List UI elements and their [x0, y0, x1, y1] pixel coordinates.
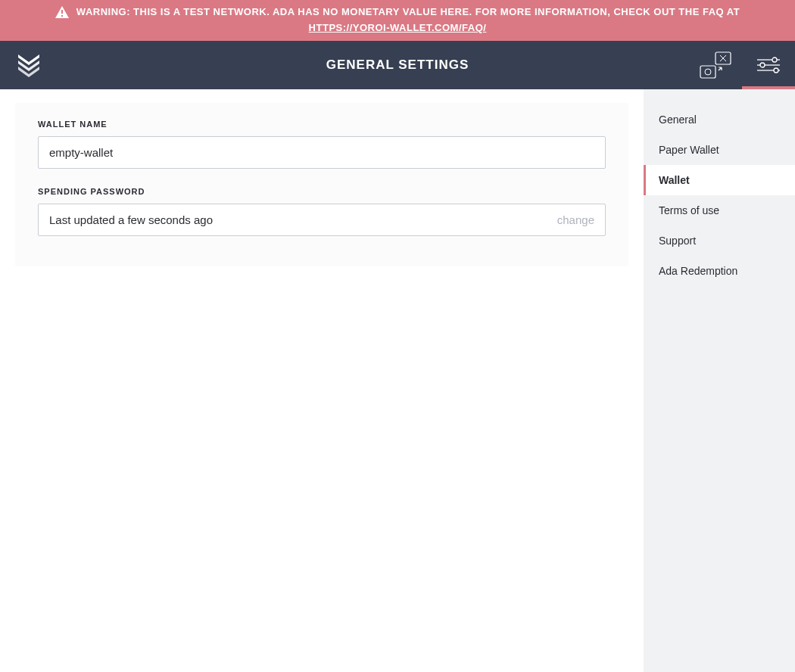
sidebar-item-ada-redemption[interactable]: Ada Redemption: [644, 256, 795, 286]
svg-rect-0: [61, 10, 63, 14]
app-header: GENERAL SETTINGS: [0, 41, 795, 89]
sidebar-item-label: Paper Wallet: [659, 144, 719, 156]
main-area: WALLET NAME SPENDING PASSWORD Last updat…: [0, 89, 795, 672]
header-actions: [689, 41, 795, 89]
sidebar-item-wallet[interactable]: Wallet: [644, 165, 795, 195]
wallet-name-input[interactable]: [38, 136, 606, 169]
warning-text: WARNING: THIS IS A TEST NETWORK. ADA HAS…: [76, 5, 740, 20]
sidebar-item-label: Wallet: [659, 174, 690, 186]
svg-rect-1: [61, 15, 63, 17]
settings-sliders-icon: [757, 57, 780, 73]
spending-password-row: Last updated a few seconds ago change: [38, 204, 606, 236]
wallet-settings-card: WALLET NAME SPENDING PASSWORD Last updat…: [15, 103, 628, 266]
transfer-icon: [699, 51, 732, 79]
test-network-warning-banner: WARNING: THIS IS A TEST NETWORK. ADA HAS…: [0, 0, 795, 41]
settings-button[interactable]: [742, 41, 795, 89]
sidebar-item-terms-of-use[interactable]: Terms of use: [644, 195, 795, 226]
svg-point-8: [760, 63, 765, 67]
sidebar-item-label: Support: [659, 235, 696, 247]
yoroi-logo-icon: [17, 51, 41, 79]
wallet-name-field-group: WALLET NAME: [38, 120, 606, 169]
warning-triangle-icon: [55, 6, 69, 18]
sidebar-item-label: Ada Redemption: [659, 265, 737, 277]
settings-content: WALLET NAME SPENDING PASSWORD Last updat…: [0, 89, 644, 672]
app-logo[interactable]: [17, 51, 41, 79]
password-updated-status: Last updated a few seconds ago: [49, 213, 213, 226]
svg-point-4: [705, 69, 711, 75]
svg-point-10: [774, 68, 778, 73]
sidebar-item-label: General: [659, 114, 697, 126]
page-title: GENERAL SETTINGS: [326, 58, 469, 73]
sidebar-item-support[interactable]: Support: [644, 226, 795, 256]
spending-password-field-group: SPENDING PASSWORD Last updated a few sec…: [38, 187, 606, 236]
faq-link[interactable]: HTTPS://YOROI-WALLET.COM/FAQ/: [309, 20, 487, 36]
settings-sidebar: General Paper Wallet Wallet Terms of use…: [644, 89, 795, 672]
change-password-link[interactable]: change: [557, 213, 594, 226]
svg-point-6: [772, 58, 777, 62]
sidebar-item-label: Terms of use: [659, 204, 719, 216]
svg-rect-3: [700, 66, 716, 78]
sidebar-item-general[interactable]: General: [644, 104, 795, 135]
daedalus-transfer-button[interactable]: [689, 41, 742, 89]
wallet-name-label: WALLET NAME: [38, 120, 606, 129]
spending-password-label: SPENDING PASSWORD: [38, 187, 606, 196]
sidebar-item-paper-wallet[interactable]: Paper Wallet: [644, 135, 795, 165]
